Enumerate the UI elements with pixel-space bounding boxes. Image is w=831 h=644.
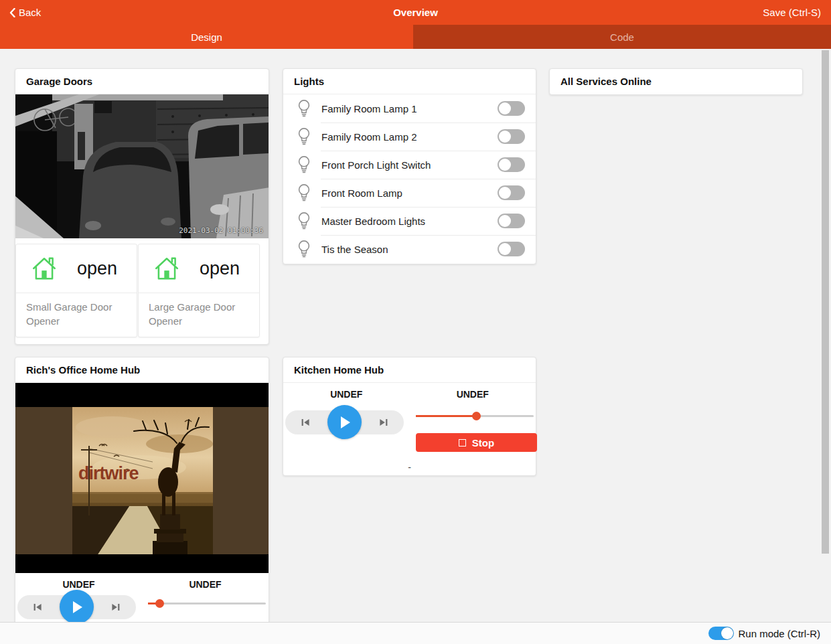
light-toggle[interactable] bbox=[498, 242, 525, 256]
house-icon bbox=[153, 255, 180, 282]
tab-design[interactable]: Design bbox=[0, 25, 413, 49]
light-label: Tis the Season bbox=[321, 244, 388, 255]
light-bulb-icon bbox=[297, 240, 311, 258]
garage-camera-view: 2021-03-02 01:00:36 bbox=[15, 94, 269, 238]
play-icon bbox=[71, 600, 83, 614]
stop-icon bbox=[459, 439, 466, 447]
slider-handle[interactable] bbox=[472, 412, 481, 420]
opener-label: Small Garage Door Opener bbox=[16, 293, 137, 328]
toggle-knob bbox=[499, 215, 511, 227]
lights-card: Lights Family Room Lamp 1 Family Room La… bbox=[283, 68, 536, 264]
toggle-knob bbox=[499, 131, 511, 143]
kitchen-hub-body: UNDEF UNDEF bbox=[283, 383, 536, 476]
garage-doors-card: Garage Doors bbox=[15, 68, 269, 345]
light-row: Family Room Lamp 1 bbox=[283, 94, 536, 123]
album-art: dirtwire bbox=[72, 407, 213, 554]
light-label: Front Porch Light Switch bbox=[321, 159, 431, 171]
garage-camera-image bbox=[15, 94, 269, 238]
garage-card-title: Garage Doors bbox=[15, 69, 269, 94]
run-mode-label: Run mode (Ctrl-R) bbox=[738, 628, 820, 639]
light-toggle[interactable] bbox=[498, 101, 525, 116]
hub-artist: UNDEF bbox=[15, 579, 142, 590]
media-controls bbox=[17, 595, 136, 619]
opener-state: open bbox=[180, 258, 259, 279]
hub-track: UNDEF bbox=[410, 389, 536, 400]
run-mode-toggle[interactable] bbox=[708, 627, 734, 640]
hub-track: UNDEF bbox=[142, 579, 269, 590]
light-row: Tis the Season bbox=[283, 235, 536, 263]
play-button[interactable] bbox=[327, 405, 362, 439]
toggle-knob bbox=[721, 627, 733, 639]
album-art-container: dirtwire bbox=[15, 383, 269, 573]
light-toggle[interactable] bbox=[498, 185, 525, 200]
album-title-text: dirtwire bbox=[78, 463, 139, 484]
toggle-knob bbox=[499, 187, 511, 199]
kitchen-hub-labels: UNDEF UNDEF bbox=[283, 383, 536, 400]
page-title: Overview bbox=[393, 7, 438, 18]
toggle-knob bbox=[499, 243, 511, 255]
light-bulb-icon bbox=[297, 99, 311, 118]
office-hub-labels: UNDEF UNDEF bbox=[15, 573, 269, 590]
hub-footer-dash: - bbox=[283, 462, 536, 473]
kitchen-hub-title: Kitchen Home Hub bbox=[283, 357, 536, 383]
light-row: Front Porch Light Switch bbox=[283, 151, 536, 179]
opener-tile-small-garage[interactable]: open Small Garage Door Opener bbox=[15, 244, 137, 337]
toggle-knob bbox=[499, 102, 511, 114]
skip-previous-button[interactable] bbox=[301, 418, 310, 427]
slider-handle[interactable] bbox=[155, 599, 164, 608]
lights-card-title: Lights bbox=[283, 69, 536, 94]
skip-previous-button[interactable] bbox=[33, 602, 42, 612]
light-row: Front Room Lamp bbox=[283, 179, 536, 207]
media-controls bbox=[285, 410, 404, 434]
tab-code[interactable]: Code bbox=[413, 25, 831, 49]
light-row: Master Bedroom Lights bbox=[283, 207, 536, 235]
stop-label: Stop bbox=[472, 437, 494, 449]
light-toggle[interactable] bbox=[498, 214, 525, 228]
opener-state: open bbox=[58, 258, 137, 279]
top-bar: Back Overview Save (Ctrl-S) bbox=[0, 0, 831, 25]
light-toggle[interactable] bbox=[498, 129, 525, 144]
office-hub-card: Rich's Office Home Hub bbox=[15, 357, 269, 625]
play-icon bbox=[339, 416, 351, 429]
back-label: Back bbox=[19, 7, 41, 18]
save-button[interactable]: Save (Ctrl-S) bbox=[763, 7, 821, 18]
stop-button[interactable]: Stop bbox=[416, 433, 537, 452]
light-bulb-icon bbox=[297, 212, 311, 230]
light-label: Family Room Lamp 2 bbox=[321, 131, 417, 143]
play-button[interactable] bbox=[60, 590, 94, 624]
light-label: Master Bedroom Lights bbox=[321, 216, 425, 227]
tab-bar: Design Code bbox=[0, 25, 831, 49]
office-hub-title: Rich's Office Home Hub bbox=[15, 357, 269, 383]
kitchen-hub-card: Kitchen Home Hub UNDEF UNDEF bbox=[283, 357, 536, 476]
camera-timestamp: 2021-03-02 01:00:36 bbox=[179, 226, 263, 235]
light-toggle[interactable] bbox=[498, 157, 525, 172]
scrollbar-thumb[interactable] bbox=[822, 50, 829, 554]
slider-fill bbox=[416, 415, 476, 417]
back-button[interactable]: Back bbox=[9, 7, 41, 18]
house-icon bbox=[31, 255, 58, 282]
opener-tile-large-garage[interactable]: open Large Garage Door Opener bbox=[138, 244, 260, 337]
skip-next-button[interactable] bbox=[379, 418, 388, 427]
light-label: Family Room Lamp 1 bbox=[321, 103, 417, 114]
light-row: Family Room Lamp 2 bbox=[283, 123, 536, 151]
light-label: Front Room Lamp bbox=[321, 187, 402, 199]
app-window: Back Overview Save (Ctrl-S) Design Code … bbox=[0, 0, 831, 644]
opener-label: Large Garage Door Opener bbox=[139, 293, 259, 328]
volume-slider[interactable] bbox=[416, 415, 534, 417]
services-status-text: All Services Online bbox=[550, 69, 802, 94]
skip-next-button[interactable] bbox=[111, 602, 121, 612]
volume-slider[interactable] bbox=[148, 602, 266, 605]
status-bar: Run mode (Ctrl-R) bbox=[0, 622, 831, 644]
services-status-card: All Services Online bbox=[549, 68, 803, 95]
light-bulb-icon bbox=[297, 127, 311, 146]
light-bulb-icon bbox=[297, 155, 311, 174]
chevron-left-icon bbox=[9, 8, 15, 17]
toggle-knob bbox=[499, 159, 511, 171]
garage-openers: open Small Garage Door Opener open bbox=[15, 244, 269, 338]
hub-artist: UNDEF bbox=[283, 389, 410, 400]
light-bulb-icon bbox=[297, 183, 311, 202]
